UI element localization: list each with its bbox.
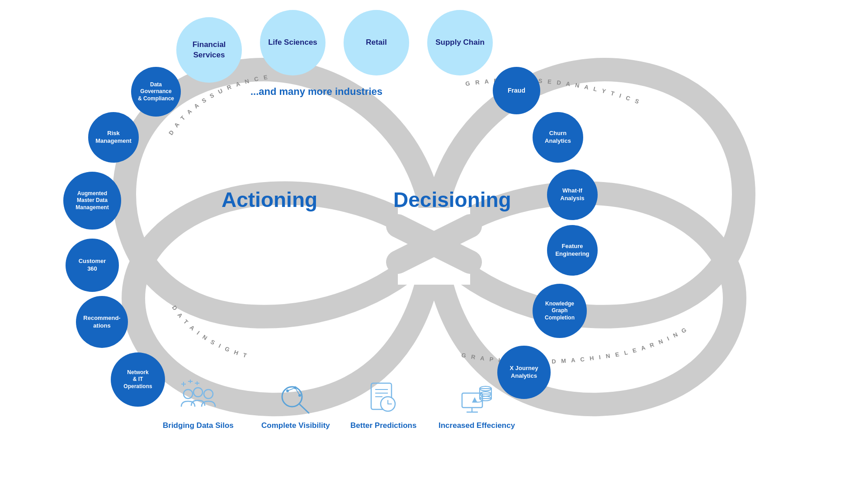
main-diagram: D A T A A S S U R A N C E D A T A I N S … bbox=[0, 0, 868, 488]
decisioning-label: Decisioning bbox=[393, 188, 511, 212]
svg-rect-0 bbox=[398, 208, 470, 285]
actioning-label: Actioning bbox=[222, 188, 317, 212]
complete-visibility-label: Complete Visibility bbox=[261, 421, 330, 430]
bottom-better-predictions: Better Predictions bbox=[350, 380, 416, 430]
usecase-knowledge-graph: KnowledgeGraphCompletion bbox=[533, 284, 587, 338]
svg-point-5 bbox=[184, 389, 193, 399]
svg-point-6 bbox=[204, 389, 213, 399]
svg-point-7 bbox=[193, 388, 203, 397]
svg-text:G R A P H - B A S E D   A N A : G R A P H - B A S E D A N A L Y T I C S bbox=[465, 77, 642, 106]
efficiency-icon bbox=[458, 380, 496, 416]
usecase-network-it-operations: Network& ITOperations bbox=[111, 352, 165, 407]
industry-life-sciences: Life Sciences bbox=[260, 10, 326, 75]
search-visibility-icon bbox=[276, 380, 315, 416]
increased-efficiency-label: Increased Effeciency bbox=[439, 421, 515, 430]
svg-point-14 bbox=[282, 387, 302, 407]
usecase-what-if-analysis: What-IfAnalysis bbox=[547, 169, 598, 220]
usecase-recommendations: Recommend-ations bbox=[76, 296, 128, 348]
predictions-icon bbox=[364, 380, 403, 416]
svg-line-19 bbox=[288, 388, 295, 391]
many-more-label: ...and many more industries bbox=[226, 86, 407, 98]
industry-supply-chain: Supply Chain bbox=[427, 10, 493, 75]
usecase-risk-management: RiskManagement bbox=[88, 112, 139, 163]
svg-text:D A T A   I N S I G H T: D A T A I N S I G H T bbox=[170, 304, 249, 359]
bottom-complete-visibility: Complete Visibility bbox=[261, 380, 330, 430]
usecase-churn-analytics: ChurnAnalytics bbox=[533, 112, 583, 163]
industry-retail: Retail bbox=[344, 10, 409, 75]
usecase-data-governance: DataGovernance& Compliance bbox=[131, 67, 181, 117]
people-icon bbox=[179, 380, 217, 416]
usecase-customer-360: Customer360 bbox=[66, 239, 119, 292]
bottom-bridging-data-silos: Bridging Data Silos bbox=[163, 380, 234, 430]
usecase-fraud: Fraud bbox=[493, 67, 540, 114]
bridging-data-silos-label: Bridging Data Silos bbox=[163, 421, 234, 430]
bottom-increased-efficiency: Increased Effeciency bbox=[439, 380, 515, 430]
better-predictions-label: Better Predictions bbox=[350, 421, 416, 430]
svg-text:D A T A   A S S U R A N C E: D A T A A S S U R A N C E bbox=[167, 73, 270, 136]
usecase-feature-engineering: FeatureEngineering bbox=[547, 225, 598, 276]
svg-line-15 bbox=[300, 404, 309, 413]
usecase-augmented-mdm: AugmentedMaster DataManagement bbox=[63, 172, 121, 230]
industry-financial-services: Financial Services bbox=[176, 17, 242, 83]
